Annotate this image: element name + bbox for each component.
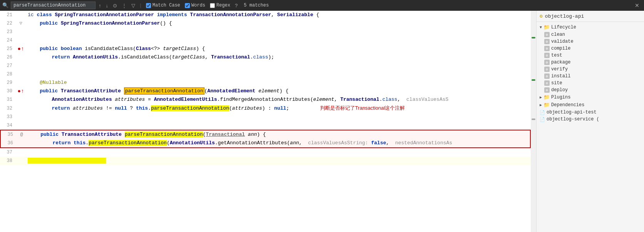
table-row: 27 <box>0 62 531 70</box>
lifecycle-folder-icon: 📁 <box>543 24 550 30</box>
plugins-folder-icon: 📁 <box>543 94 550 100</box>
panel-title: objectlog-api <box>545 13 584 19</box>
editor-scrollbar[interactable] <box>531 11 536 232</box>
table-row: 35 @ public TransactionAttribute parseTr… <box>0 130 531 139</box>
code-container[interactable]: 21 ic class SpringTransactionAnnotationP… <box>0 11 531 232</box>
line-number: 33 <box>0 113 15 121</box>
words-checkbox[interactable] <box>185 3 190 8</box>
dependencies-header[interactable]: ▶ 📁 Dependencies <box>537 101 644 109</box>
line-number: 34 <box>0 121 15 130</box>
phase-icon: ⚙ <box>544 67 550 72</box>
line-number: 26 <box>0 53 15 62</box>
line-number: 28 <box>0 70 15 78</box>
lifecycle-item: install <box>551 73 570 79</box>
list-item[interactable]: ⚙ validate <box>537 38 644 45</box>
line-number: 25 <box>0 45 15 53</box>
table-row: 33 <box>0 113 531 121</box>
list-item[interactable]: ⚙ install <box>537 73 644 80</box>
phase-icon: ⚙ <box>544 39 550 44</box>
list-item[interactable]: ⚙ test <box>537 52 644 59</box>
table-row: 26 return AnnotationUtils.isCandidateCla… <box>0 53 531 62</box>
scrollbar-marker-2 <box>532 79 535 81</box>
phase-icon: ⚙ <box>544 80 550 86</box>
table-row: 24 <box>0 36 531 45</box>
lifecycle-item: deploy <box>551 87 568 93</box>
regex-checkbox[interactable] <box>210 3 215 8</box>
maven-icon: ⚙ <box>540 13 543 19</box>
line-number: 36 <box>1 139 16 147</box>
match-case-option[interactable]: Match Case <box>144 3 182 8</box>
line-code <box>26 148 531 157</box>
line-number: 21 <box>0 11 15 19</box>
list-item[interactable]: ⚙ clean <box>537 31 644 38</box>
line-code: public boolean isCandidateClass(Class<?>… <box>26 45 531 53</box>
table-row: 25 ●↑ public boolean isCandidateClass(Cl… <box>0 45 531 53</box>
separator1: | <box>139 3 142 8</box>
line-gutter: @ <box>16 130 27 139</box>
dependencies-folder-icon: 📁 <box>543 102 550 108</box>
match-count: 5 matches <box>244 3 269 8</box>
line-code: return attributes != null ? this.parseTr… <box>26 104 531 113</box>
line-number: 24 <box>0 36 15 45</box>
lifecycle-item: test <box>551 53 562 58</box>
next-match-button[interactable]: ↓ <box>104 2 110 9</box>
plugins-header[interactable]: ▶ 📁 Plugins <box>537 93 644 101</box>
filter-button[interactable]: ▽ <box>130 2 137 9</box>
close-search-button[interactable]: ✕ <box>632 2 642 9</box>
help-button[interactable]: ? <box>233 2 239 9</box>
prev-match-button[interactable]: ↑ <box>97 2 103 9</box>
line-code <box>26 70 531 78</box>
list-item[interactable]: ⚙ verify <box>537 66 644 73</box>
regex-option[interactable]: Regex <box>208 3 232 8</box>
table-row: 28 <box>0 70 531 78</box>
editor-area: 21 ic class SpringTransactionAnnotationP… <box>0 11 531 232</box>
line-code <box>26 157 531 165</box>
match-case-checkbox[interactable] <box>146 3 151 8</box>
line-number: 32 <box>0 104 15 113</box>
line-code: public TransactionAttribute parseTransac… <box>27 130 530 139</box>
lifecycle-item: package <box>551 60 570 65</box>
list-item[interactable]: ⚙ site <box>537 80 644 87</box>
phase-icon: ⚙ <box>544 60 550 65</box>
table-row: 29 @Nullable <box>0 78 531 87</box>
table-row: 36 return this.parseTransactionAnnotatio… <box>0 139 531 148</box>
list-item[interactable]: ⚙ deploy <box>537 87 644 93</box>
phase-icon: ⚙ <box>544 32 550 37</box>
words-option[interactable]: Words <box>183 3 207 8</box>
list-item[interactable]: ⚙ package <box>537 59 644 66</box>
line-code <box>26 36 531 45</box>
list-item[interactable]: ⚙ compile <box>537 45 644 52</box>
line-code <box>26 62 531 70</box>
lifecycle-header[interactable]: ▼ 📁 Lifecycle <box>537 23 644 31</box>
lifecycle-item: verify <box>551 67 568 72</box>
search-input[interactable] <box>11 2 96 9</box>
list-item[interactable]: 📄 objectlog-service ( <box>537 116 644 123</box>
table-row: 38 <box>0 157 531 165</box>
maven-tree[interactable]: ▼ 📁 Lifecycle ⚙ clean ⚙ validate ⚙ compi… <box>537 22 644 232</box>
maven-header: ⚙ objectlog-api <box>537 11 644 22</box>
regex-label: Regex <box>216 3 230 8</box>
match-case-label: Match Case <box>153 3 180 8</box>
line-code: public SpringTransactionAnnotationParser… <box>26 19 531 28</box>
phase-icon: ⚙ <box>544 73 550 79</box>
chinese-comment: 判断是否标记了Transactional这个注解 <box>320 105 405 111</box>
lifecycle-item: compile <box>551 46 570 51</box>
find-options-button[interactable]: ⋮ <box>120 2 128 9</box>
table-row: 21 ic class SpringTransactionAnnotationP… <box>0 11 531 19</box>
breakpoint-up-icon: ●↑ <box>18 45 24 53</box>
line-number: 31 <box>0 95 15 104</box>
list-item[interactable]: 📄 objectlog-api-test <box>537 109 644 116</box>
line-gutter: ●↑ <box>15 87 26 95</box>
line-code <box>26 121 531 130</box>
lifecycle-label: Lifecycle <box>551 25 576 30</box>
expand-lifecycle-icon: ▼ <box>540 25 542 30</box>
line-number: 23 <box>0 28 15 36</box>
dependencies-label: Dependencies <box>551 102 584 108</box>
code-lines: 21 ic class SpringTransactionAnnotationP… <box>0 11 531 165</box>
line-code: @Nullable <box>26 78 531 87</box>
line-number: 22 <box>0 19 15 28</box>
project-label-2: objectlog-service ( <box>547 117 599 122</box>
words-label: Words <box>191 3 205 8</box>
line-code <box>26 113 531 121</box>
find-all-button[interactable]: ⊙ <box>111 2 119 9</box>
